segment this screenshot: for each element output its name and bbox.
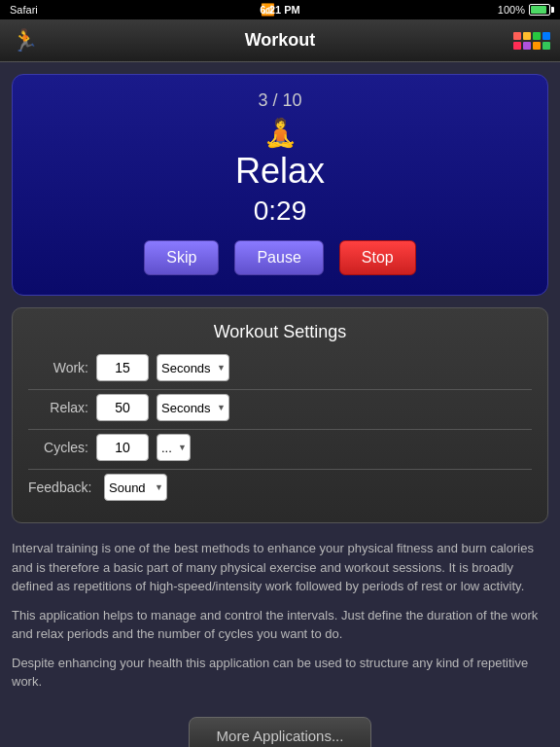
workout-timer: 0:29 bbox=[32, 196, 528, 227]
settings-row-feedback: Feedback: Sound Vibrate None bbox=[28, 474, 532, 501]
relax-value-input[interactable] bbox=[96, 394, 149, 421]
divider-3 bbox=[28, 469, 532, 470]
settings-row-work: Work: Seconds Minutes bbox=[28, 354, 532, 381]
workout-phase-label: Relax bbox=[32, 151, 528, 192]
color-dot-6 bbox=[523, 42, 531, 50]
color-dot-5 bbox=[513, 42, 521, 50]
cycles-unit-wrapper[interactable]: ... ∞ bbox=[153, 434, 191, 461]
cycles-value-input[interactable] bbox=[96, 434, 149, 461]
relax-unit-wrapper[interactable]: Seconds Minutes bbox=[153, 394, 229, 421]
workout-card: 3 / 10 🧘 Relax 0:29 Skip Pause Stop bbox=[12, 74, 548, 296]
skip-button[interactable]: Skip bbox=[144, 240, 219, 275]
color-dot-3 bbox=[533, 32, 541, 40]
cycles-unit-select[interactable]: ... ∞ bbox=[157, 434, 191, 461]
color-dot-8 bbox=[542, 42, 550, 50]
settings-card: Workout Settings Work: Seconds Minutes R… bbox=[12, 307, 548, 523]
divider-1 bbox=[28, 389, 532, 390]
workout-progress: 3 / 10 bbox=[32, 90, 528, 111]
time-label: 6:21 PM bbox=[260, 4, 300, 16]
info-para-1: Interval training is one of the best met… bbox=[12, 539, 548, 596]
battery-percent: 100% bbox=[498, 4, 525, 16]
feedback-label: Feedback: bbox=[28, 480, 96, 495]
main-content: 3 / 10 🧘 Relax 0:29 Skip Pause Stop Work… bbox=[0, 62, 560, 747]
battery-fill bbox=[531, 6, 546, 14]
work-label: Work: bbox=[28, 360, 96, 375]
more-apps-button[interactable]: More Applications... bbox=[189, 717, 372, 748]
relax-icon: 🧘 bbox=[32, 117, 528, 149]
color-dot-7 bbox=[533, 42, 541, 50]
info-para-3: Despite enhancing your health this appli… bbox=[12, 654, 548, 692]
cycles-label: Cycles: bbox=[28, 440, 96, 455]
work-unit-select[interactable]: Seconds Minutes bbox=[157, 354, 229, 381]
battery-area: 100% bbox=[498, 4, 550, 16]
work-unit-wrapper[interactable]: Seconds Minutes bbox=[153, 354, 229, 381]
info-section: Interval training is one of the best met… bbox=[12, 537, 548, 711]
color-dot-2 bbox=[523, 32, 531, 40]
divider-2 bbox=[28, 429, 532, 430]
work-value-input[interactable] bbox=[96, 354, 149, 381]
pause-button[interactable]: Pause bbox=[234, 240, 323, 275]
stop-button[interactable]: Stop bbox=[339, 240, 416, 275]
back-button[interactable]: 🏃 bbox=[12, 28, 38, 53]
feedback-unit-wrapper[interactable]: Sound Vibrate None bbox=[100, 474, 167, 501]
battery-icon bbox=[529, 4, 550, 16]
settings-title: Workout Settings bbox=[28, 322, 532, 342]
relax-label: Relax: bbox=[28, 400, 96, 415]
info-para-2: This application helps to manage and con… bbox=[12, 606, 548, 644]
workout-controls: Skip Pause Stop bbox=[32, 240, 528, 275]
relax-unit-select[interactable]: Seconds Minutes bbox=[157, 394, 229, 421]
color-grid[interactable] bbox=[513, 32, 550, 50]
color-dot-1 bbox=[513, 32, 521, 40]
settings-row-relax: Relax: Seconds Minutes bbox=[28, 394, 532, 421]
nav-bar: 🏃 Workout bbox=[0, 19, 560, 62]
status-bar: Safari 📶 6:21 PM 100% bbox=[0, 0, 560, 19]
settings-row-cycles: Cycles: ... ∞ bbox=[28, 434, 532, 461]
carrier-label: Safari bbox=[10, 4, 38, 16]
feedback-select[interactable]: Sound Vibrate None bbox=[104, 474, 167, 501]
color-dot-4 bbox=[542, 32, 550, 40]
nav-title: Workout bbox=[245, 30, 316, 51]
